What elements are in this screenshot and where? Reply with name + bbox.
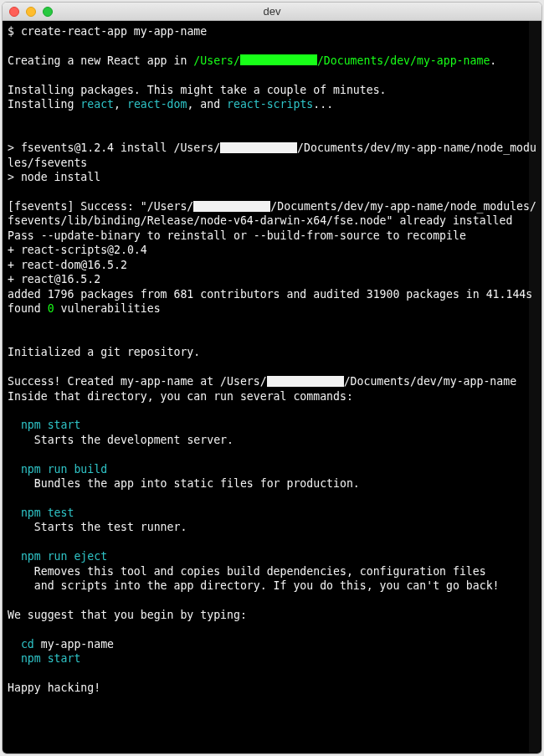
- vuln-count: 0: [48, 302, 54, 315]
- command-description: Starts the development server.: [8, 434, 234, 446]
- terminal-window: dev $ create-react-app my-app-name Creat…: [2, 2, 542, 754]
- redacted-username: [193, 201, 270, 212]
- output-line: vulnerabilities: [54, 302, 161, 315]
- output-line: + react-dom@16.5.2: [8, 259, 127, 271]
- output-line: [fsevents] Success: "/Users/: [8, 200, 193, 213]
- output-line: Happy hacking!: [8, 681, 100, 694]
- output-line: Initialized a git repository.: [8, 346, 200, 358]
- npm-command: npm run build: [8, 463, 107, 476]
- output-line: Creating a new React app in: [8, 54, 193, 67]
- path-segment: /Documents/dev/my-app-name: [317, 54, 490, 67]
- suggested-command: cd: [8, 638, 41, 651]
- minimize-icon[interactable]: [26, 7, 36, 17]
- redacted-username: [267, 376, 344, 387]
- output-line: Success! Created my-app-name at /Users/: [8, 375, 267, 388]
- command-description: Removes this tool and copies build depen…: [8, 565, 486, 578]
- output-line: found: [8, 302, 48, 315]
- command-description: Bundles the app into static files for pr…: [8, 477, 360, 490]
- command-description: and scripts into the app directory. If y…: [8, 579, 500, 592]
- output-line: > fsevents@1.2.4 install /Users/: [8, 141, 220, 154]
- app-name: my-app-name: [41, 638, 114, 651]
- window-title: dev: [3, 5, 541, 18]
- maximize-icon[interactable]: [43, 7, 53, 17]
- package-name: react-dom: [127, 98, 187, 111]
- output-line: + react-scripts@2.0.4: [8, 244, 147, 256]
- output-line: added 1796 packages from 681 contributor…: [8, 288, 532, 301]
- output-line: , and: [187, 98, 227, 111]
- package-name: react-scripts: [227, 98, 313, 111]
- path-segment: /Users/: [193, 54, 240, 67]
- traffic-lights: [3, 7, 53, 17]
- command-description: Starts the test runner.: [8, 521, 187, 533]
- output-line: /Documents/dev/my-app-name: [344, 375, 516, 388]
- package-name: react: [80, 98, 114, 111]
- prompt: $: [8, 25, 21, 38]
- redacted-username: [220, 142, 297, 153]
- titlebar[interactable]: dev: [3, 3, 541, 21]
- npm-command: npm run eject: [8, 550, 107, 563]
- output-line: + react@16.5.2: [8, 273, 100, 285]
- output-line: ,: [114, 98, 127, 111]
- command-input: create-react-app my-app-name: [21, 25, 207, 38]
- output-line: We suggest that you begin by typing:: [8, 609, 247, 621]
- output-line: ...: [313, 98, 333, 111]
- terminal-output[interactable]: $ create-react-app my-app-name Creating …: [3, 21, 541, 753]
- close-icon[interactable]: [9, 7, 19, 17]
- npm-command: npm test: [8, 507, 74, 519]
- output-line: Inside that directory, you can run sever…: [8, 390, 353, 403]
- output-line: .: [490, 54, 496, 67]
- output-line: > node install: [8, 171, 100, 183]
- npm-command: npm start: [8, 419, 80, 431]
- output-line: Installing packages. This might take a c…: [8, 84, 387, 96]
- output-line: Pass --update-binary to reinstall or --b…: [8, 229, 466, 242]
- redacted-username: [240, 54, 317, 65]
- suggested-command: npm start: [8, 652, 80, 665]
- scrollbar[interactable]: [529, 21, 541, 753]
- output-line: Installing: [8, 98, 80, 111]
